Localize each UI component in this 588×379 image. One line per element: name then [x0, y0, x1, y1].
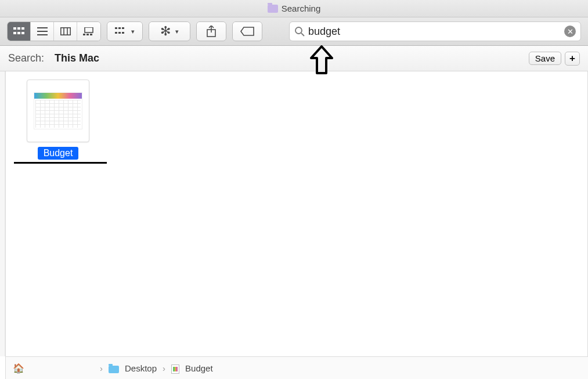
svg-rect-14 [86, 34, 89, 35]
svg-rect-16 [115, 27, 117, 29]
group-by-group: ▾ [107, 21, 143, 41]
scope-right: Save + [529, 52, 580, 66]
svg-rect-2 [21, 27, 24, 30]
save-search-button[interactable]: Save [529, 52, 561, 65]
chevron-down-icon: ▾ [131, 28, 135, 35]
svg-rect-1 [17, 27, 20, 30]
svg-rect-20 [118, 32, 121, 34]
svg-rect-21 [122, 32, 124, 34]
window-title: Searching [282, 3, 321, 13]
icon-view-button[interactable] [8, 22, 31, 41]
file-thumbnail [27, 80, 89, 142]
home-icon[interactable]: 🏠 [13, 363, 24, 374]
svg-rect-5 [21, 32, 24, 34]
path-separator: › [163, 363, 165, 373]
svg-rect-17 [118, 27, 121, 29]
svg-rect-13 [83, 34, 85, 35]
annotation-underline [14, 162, 107, 164]
search-field-wrap[interactable]: ✕ [289, 21, 581, 41]
scope-label: Search: [8, 52, 44, 64]
close-icon: ✕ [567, 27, 573, 36]
search-icon [294, 26, 305, 37]
svg-rect-15 [90, 34, 92, 35]
svg-rect-0 [13, 27, 16, 30]
svg-rect-19 [115, 32, 117, 34]
annotation-arrow [309, 45, 334, 77]
folder-icon [109, 366, 119, 373]
svg-rect-4 [17, 32, 20, 34]
svg-line-25 [301, 33, 304, 36]
gallery-view-button[interactable] [77, 22, 100, 41]
spreadsheet-preview [34, 92, 82, 129]
list-view-button[interactable] [31, 22, 54, 41]
svg-rect-18 [122, 27, 124, 29]
path-item-budget[interactable]: Budget [185, 363, 213, 373]
results-area[interactable]: Budget [5, 71, 588, 356]
view-mode-group [7, 21, 101, 41]
arrow-up-icon [309, 45, 334, 75]
document-icon [171, 364, 179, 374]
action-group: ✻ ▾ [149, 21, 190, 41]
column-view-button[interactable] [54, 22, 77, 41]
window-title-wrap: Searching [268, 3, 321, 13]
titlebar: Searching [0, 0, 588, 17]
scope-bar: Search: This Mac Save + [0, 46, 588, 71]
scope-left: Search: This Mac [8, 52, 99, 64]
scope-this-mac[interactable]: This Mac [55, 52, 99, 64]
share-group [196, 21, 226, 41]
share-icon [207, 26, 216, 37]
path-separator: › [100, 363, 103, 373]
edit-tags-button[interactable] [233, 22, 262, 41]
file-item-budget[interactable]: Budget [17, 80, 99, 160]
file-name-label: Budget [38, 147, 79, 160]
gear-icon: ✻ [160, 25, 171, 38]
tag-icon [240, 27, 254, 36]
svg-rect-3 [13, 32, 16, 34]
path-item-desktop[interactable]: Desktop [125, 363, 157, 373]
svg-point-24 [295, 27, 302, 34]
action-menu-button[interactable]: ✻ ▾ [149, 22, 190, 41]
svg-rect-9 [60, 28, 70, 35]
path-bar: 🏠 › Desktop › Budget [5, 356, 588, 379]
chevron-down-icon: ▾ [175, 28, 179, 35]
sidebar-strip [0, 71, 5, 356]
svg-rect-12 [85, 27, 93, 33]
toolbar: ▾ ✻ ▾ ✕ [0, 17, 588, 46]
add-criteria-button[interactable]: + [565, 52, 580, 66]
folder-icon [268, 5, 278, 13]
tag-group [232, 21, 262, 41]
clear-search-button[interactable]: ✕ [564, 26, 576, 37]
group-by-button[interactable]: ▾ [107, 22, 142, 41]
share-button[interactable] [197, 22, 226, 41]
search-input[interactable] [308, 26, 564, 38]
